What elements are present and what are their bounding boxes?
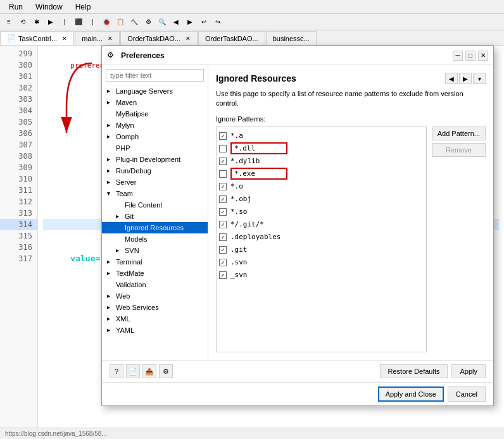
menu-bar: Run Window Help <box>0 0 504 14</box>
pattern-item-8[interactable]: .deployables <box>219 231 424 244</box>
dialog-close-btn[interactable]: ✕ <box>478 51 488 61</box>
toolbar-btn-1[interactable]: ≡ <box>3 16 15 28</box>
pattern-checkbox-2[interactable] <box>219 158 227 165</box>
tree-item-5[interactable]: PHP <box>102 142 208 154</box>
pattern-checkbox-5[interactable] <box>219 195 227 203</box>
toolbar-btn-14[interactable]: ▶ <box>184 16 196 28</box>
tab-0-close[interactable]: ✕ <box>62 35 67 42</box>
tree-item-13[interactable]: Models <box>102 233 208 245</box>
cancel-btn[interactable]: Cancel <box>448 386 486 402</box>
pattern-item-11[interactable]: _svn <box>219 269 424 281</box>
tab-2-label: OrderTaskDAO... <box>127 35 180 42</box>
tree-item-12[interactable]: Ignored Resources <box>102 222 208 233</box>
pattern-item-5[interactable]: *.obj <box>219 193 424 206</box>
toolbar-btn-6[interactable]: ⬛ <box>72 16 85 28</box>
toolbar-btn-15[interactable]: ↩ <box>198 16 210 28</box>
pattern-edit-input-3[interactable] <box>230 168 287 180</box>
pattern-item-7[interactable]: */.git/* <box>219 218 424 231</box>
tree-item-6[interactable]: ▸ Plug-in Development <box>102 154 208 165</box>
tree-item-17[interactable]: Validation <box>102 279 208 290</box>
tab-0[interactable]: 📄 TaskContrl... ✕ <box>0 31 74 45</box>
toolbar-btn-3[interactable]: ✱ <box>30 16 43 28</box>
toolbar-btn-5[interactable]: | <box>58 16 71 28</box>
value-text: value= <box>70 254 100 263</box>
pattern-text-7: */.git/* <box>230 220 264 228</box>
tree-item-16[interactable]: ▸ TextMate <box>102 268 208 279</box>
toolbar-btn-7[interactable]: | <box>86 16 99 28</box>
tree-item-3[interactable]: ▸ Mylyn <box>102 120 208 131</box>
tree-item-20[interactable]: ▸ XML <box>102 313 208 325</box>
toolbar-btn-13[interactable]: ◀ <box>170 16 182 28</box>
nav-back-btn[interactable]: ◀ <box>445 73 458 84</box>
menu-window[interactable]: Window <box>32 1 66 13</box>
apply-btn[interactable]: Apply <box>451 364 486 378</box>
pattern-item-2[interactable]: *.dylib <box>219 155 424 168</box>
pattern-item-1[interactable] <box>219 142 424 155</box>
tree-item-4[interactable]: ▸ Oomph <box>102 131 208 142</box>
export-btn[interactable]: 📄 <box>126 364 140 378</box>
menu-run[interactable]: Run <box>5 1 27 13</box>
tree-item-10[interactable]: File Content <box>102 199 208 211</box>
apply-and-close-btn[interactable]: Apply and Close <box>378 386 444 402</box>
pattern-edit-input-1[interactable] <box>230 142 287 154</box>
tree-scroll[interactable]: ▸ Language Servers▸ Maven MyBatipse▸ Myl… <box>102 85 208 360</box>
tree-item-21[interactable]: ▸ YAML <box>102 325 208 336</box>
filter-input[interactable] <box>106 69 204 82</box>
pattern-checkbox-7[interactable] <box>219 221 227 228</box>
tab-1[interactable]: main... ✕ <box>75 31 120 45</box>
nav-forward-btn[interactable]: ▶ <box>459 73 472 84</box>
toolbar-btn-8[interactable]: 🐞 <box>100 16 113 28</box>
tree-item-18[interactable]: ▸ Web <box>102 290 208 302</box>
toolbar-btn-9[interactable]: 📋 <box>114 16 127 28</box>
toolbar-btn-10[interactable]: 🔨 <box>128 16 141 28</box>
pattern-checkbox-0[interactable] <box>219 132 227 140</box>
pattern-item-9[interactable]: .git <box>219 244 424 256</box>
import-btn[interactable]: 📤 <box>142 364 156 378</box>
pattern-item-6[interactable]: *.so <box>219 206 424 218</box>
settings-icon-btn[interactable]: ⚙ <box>159 364 173 378</box>
tree-item-7[interactable]: ▸ Run/Debug <box>102 165 208 176</box>
tree-item-15[interactable]: ▸ Terminal <box>102 256 208 268</box>
tab-bar: 📄 TaskContrl... ✕ main... ✕ OrderTaskDAO… <box>0 30 504 46</box>
menu-help[interactable]: Help <box>72 1 95 13</box>
pattern-checkbox-10[interactable] <box>219 259 227 266</box>
tree-item-14[interactable]: ▸ SVN <box>102 245 208 256</box>
line-302: 302 <box>0 82 37 94</box>
tab-3[interactable]: OrderTaskDAO... <box>198 31 265 45</box>
tree-item-11[interactable]: ▸ Git <box>102 211 208 222</box>
pattern-item-4[interactable]: *.o <box>219 180 424 193</box>
pattern-item-3[interactable] <box>219 168 424 180</box>
tab-2[interactable]: OrderTaskDAO... ✕ <box>120 31 198 45</box>
pattern-item-10[interactable]: .svn <box>219 256 424 269</box>
pattern-checkbox-1[interactable] <box>219 145 227 152</box>
toolbar-btn-2[interactable]: ⟲ <box>16 16 29 28</box>
pattern-checkbox-11[interactable] <box>219 271 227 279</box>
pattern-item-0[interactable]: *.a <box>219 130 424 142</box>
restore-defaults-btn[interactable]: Restore Defaults <box>380 364 448 378</box>
pattern-checkbox-9[interactable] <box>219 246 227 254</box>
tab-2-close[interactable]: ✕ <box>186 35 191 42</box>
tree-item-9[interactable]: ▾ Team <box>102 188 208 199</box>
tree-item-19[interactable]: ▸ Web Services <box>102 302 208 313</box>
toolbar-btn-11[interactable]: ⚙ <box>142 16 154 28</box>
dialog-maximize-btn[interactable]: □ <box>465 51 476 61</box>
pattern-checkbox-4[interactable] <box>219 183 227 190</box>
tree-item-2[interactable]: MyBatipse <box>102 108 208 120</box>
toolbar-btn-4[interactable]: ▶ <box>44 16 57 28</box>
help-icon-btn[interactable]: ? <box>110 364 123 378</box>
tree-item-1[interactable]: ▸ Maven <box>102 97 208 108</box>
patterns-list[interactable]: *.a*.dylib*.o*.obj*.so*/.git/*.deployabl… <box>216 127 427 352</box>
pattern-checkbox-6[interactable] <box>219 208 227 216</box>
dialog-minimize-btn[interactable]: ─ <box>453 51 463 61</box>
nav-menu-btn[interactable]: ▾ <box>473 73 486 84</box>
remove-btn[interactable]: Remove <box>432 143 486 157</box>
tree-item-0[interactable]: ▸ Language Servers <box>102 85 208 97</box>
pattern-checkbox-8[interactable] <box>219 233 227 241</box>
tab-1-close[interactable]: ✕ <box>108 35 113 42</box>
tree-item-8[interactable]: ▸ Server <box>102 176 208 188</box>
tab-4[interactable]: businessc... <box>266 31 317 45</box>
add-pattern-btn[interactable]: Add Pattern... <box>432 127 486 140</box>
toolbar-btn-16[interactable]: ↪ <box>211 16 224 28</box>
pattern-checkbox-3[interactable] <box>219 170 227 178</box>
toolbar-btn-12[interactable]: 🔍 <box>156 16 168 28</box>
